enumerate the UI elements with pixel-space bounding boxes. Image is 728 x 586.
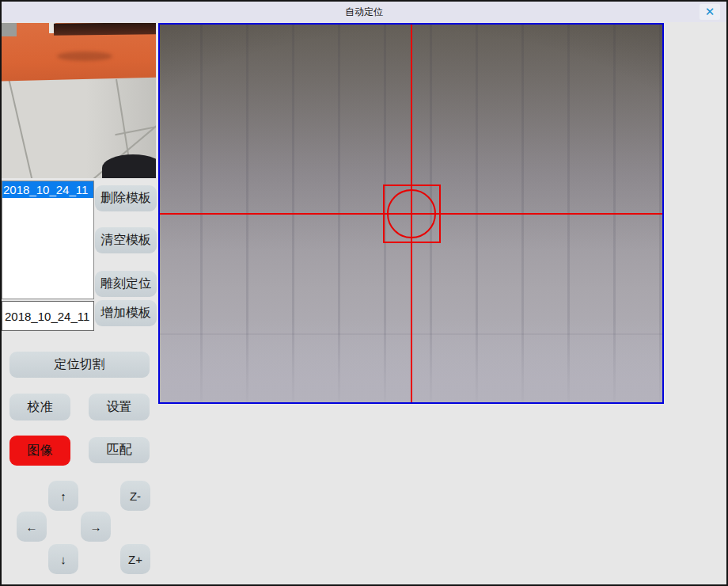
arrow-right-icon: →: [90, 520, 102, 534]
engrave-position-button[interactable]: 雕刻定位: [95, 271, 157, 297]
template-list-item[interactable]: 2018_10_24_11: [2, 181, 93, 198]
template-list[interactable]: 2018_10_24_11: [2, 181, 94, 299]
jog-up-button[interactable]: ↑: [48, 481, 78, 511]
camera-view[interactable]: [158, 23, 664, 404]
calibrate-button[interactable]: 校准: [9, 394, 70, 420]
dark-object-blob: [102, 154, 156, 178]
auto-position-dialog: 自动定位 ✕ 2018_10_24_11 删除模板 清空模板 雕刻定位 增加模板…: [0, 0, 728, 586]
titlebar: 自动定位 ✕: [2, 2, 726, 22]
delete-template-button[interactable]: 删除模板: [95, 185, 157, 211]
z-plus-button[interactable]: Z+: [120, 544, 150, 574]
close-button[interactable]: ✕: [700, 4, 720, 20]
jog-down-button[interactable]: ↓: [48, 544, 78, 574]
image-button[interactable]: 图像: [9, 436, 70, 466]
close-icon: ✕: [705, 5, 715, 18]
settings-button[interactable]: 设置: [89, 394, 150, 420]
match-button[interactable]: 匹配: [89, 437, 150, 463]
camera-thumbnail: [2, 23, 156, 178]
clear-templates-button[interactable]: 清空模板: [95, 227, 157, 253]
dark-edge-bar: [54, 23, 156, 36]
target-circle: [387, 189, 436, 238]
jog-right-button[interactable]: →: [81, 512, 111, 542]
gray-corner-block: [2, 23, 17, 36]
add-template-button[interactable]: 增加模板: [95, 300, 157, 326]
position-cut-button[interactable]: 定位切割: [9, 352, 150, 378]
jog-left-button[interactable]: ←: [17, 512, 47, 542]
orange-surface-smudge: [57, 51, 112, 61]
arrow-down-icon: ↓: [60, 553, 66, 566]
z-minus-button[interactable]: Z-: [120, 481, 150, 511]
template-name-input[interactable]: [2, 301, 94, 331]
arrow-left-icon: ←: [26, 520, 38, 534]
arrow-up-icon: ↑: [60, 489, 66, 503]
window-title: 自动定位: [345, 6, 383, 19]
